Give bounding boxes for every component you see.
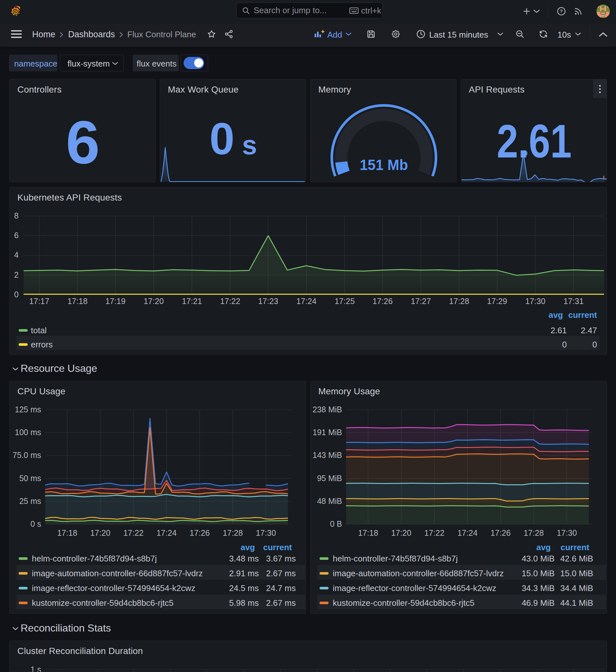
svg-text:151 Mb: 151 Mb xyxy=(360,157,408,173)
svg-text:?: ? xyxy=(560,9,563,14)
